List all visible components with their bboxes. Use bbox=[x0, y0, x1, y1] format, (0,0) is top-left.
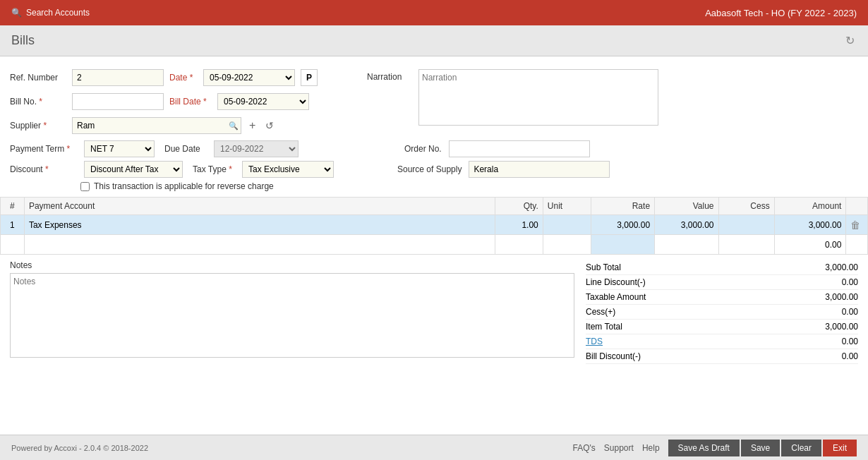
order-no-label: Order No. bbox=[404, 144, 442, 154]
tax-type-select[interactable]: Tax Exclusive bbox=[242, 161, 334, 178]
date-label: Date * bbox=[169, 73, 198, 83]
delete-row-button[interactable]: 🗑 bbox=[850, 219, 860, 231]
footer: Powered by Accoxi - 2.0.4 © 2018-2022 FA… bbox=[0, 435, 868, 460]
bill-no-label: Bill No. * bbox=[10, 97, 66, 107]
notes-panel: Notes bbox=[0, 255, 586, 368]
date-select[interactable]: 05-09-2022 bbox=[203, 69, 295, 86]
empty-amount: 0.00 bbox=[774, 235, 846, 255]
discount-select[interactable]: Discount After Tax bbox=[84, 161, 183, 178]
footer-right: FAQ's Support Help Save As Draft Save Cl… bbox=[573, 440, 857, 456]
refresh-supplier-button[interactable]: ↺ bbox=[263, 120, 276, 131]
empty-unit[interactable] bbox=[543, 235, 591, 255]
col-rate: Rate bbox=[591, 198, 654, 215]
save-button[interactable]: Save bbox=[741, 440, 780, 456]
row-value[interactable]: 3,000.00 bbox=[655, 215, 718, 235]
powered-by: Powered by Accoxi - 2.0.4 © 2018-2022 bbox=[11, 444, 148, 452]
form-area: Ref. Number Date * 05-09-2022 P Bill No.… bbox=[0, 56, 868, 191]
sub-total-value: 3,000.00 bbox=[825, 262, 858, 272]
empty-rate[interactable] bbox=[591, 235, 654, 255]
narration-label: Narration bbox=[367, 69, 413, 82]
exit-button[interactable]: Exit bbox=[823, 440, 857, 456]
empty-action bbox=[846, 235, 868, 255]
clear-button[interactable]: Clear bbox=[781, 440, 821, 456]
tds-row: TDS 0.00 bbox=[586, 334, 858, 349]
row-amount: 3,000.00 bbox=[774, 215, 846, 235]
totals-panel: Sub Total 3,000.00 Line Discount(-) 0.00… bbox=[586, 255, 868, 368]
sub-total-label: Sub Total bbox=[586, 262, 621, 272]
page-header: Bills ↻ bbox=[0, 25, 868, 56]
bill-discount-row: Bill Discount(-) 0.00 bbox=[586, 349, 858, 364]
empty-qty[interactable] bbox=[495, 235, 543, 255]
bill-discount-value: 0.00 bbox=[842, 351, 858, 361]
taxable-amount-value: 3,000.00 bbox=[825, 292, 858, 302]
notes-textarea[interactable] bbox=[10, 273, 574, 358]
p-button[interactable]: P bbox=[301, 69, 318, 86]
supplier-input[interactable] bbox=[72, 117, 241, 134]
bill-date-select[interactable]: 05-09-2022 bbox=[217, 93, 309, 110]
cess-label: Cess(+) bbox=[586, 307, 615, 317]
bill-table-container: # Payment Account Qty. Unit Rate Value C… bbox=[0, 197, 868, 255]
taxable-amount-label: Taxable Amount bbox=[586, 292, 646, 302]
item-total-label: Item Total bbox=[586, 322, 622, 332]
empty-value[interactable] bbox=[655, 235, 718, 255]
bill-discount-label: Bill Discount(-) bbox=[586, 351, 641, 361]
payment-term-label: Payment Term * bbox=[10, 144, 77, 154]
col-qty: Qty. bbox=[495, 198, 543, 215]
empty-num bbox=[1, 235, 25, 255]
due-date-label: Due Date bbox=[164, 144, 207, 154]
line-discount-label: Line Discount(-) bbox=[586, 277, 646, 287]
company-title: Aabasoft Tech - HO (FY 2022 - 2023) bbox=[705, 8, 857, 18]
tds-value: 0.00 bbox=[842, 337, 858, 346]
source-of-supply-input[interactable] bbox=[469, 161, 610, 178]
empty-account[interactable] bbox=[24, 235, 495, 255]
line-discount-row: Line Discount(-) 0.00 bbox=[586, 275, 858, 290]
ref-number-input[interactable] bbox=[72, 69, 164, 86]
footer-buttons: Save As Draft Save Clear Exit bbox=[668, 440, 857, 456]
row-cess[interactable] bbox=[718, 215, 774, 235]
taxable-amount-row: Taxable Amount 3,000.00 bbox=[586, 290, 858, 305]
table-empty-row: 0.00 bbox=[1, 235, 868, 255]
bill-table: # Payment Account Qty. Unit Rate Value C… bbox=[0, 197, 868, 255]
save-as-draft-button[interactable]: Save As Draft bbox=[668, 440, 740, 456]
reverse-charge-label: This transaction is applicable for rever… bbox=[94, 181, 274, 191]
sub-total-row: Sub Total 3,000.00 bbox=[586, 260, 858, 275]
support-link[interactable]: Support bbox=[604, 443, 634, 453]
bill-date-label: Bill Date * bbox=[169, 97, 212, 107]
cess-value: 0.00 bbox=[842, 307, 858, 317]
search-icon: 🔍 bbox=[11, 8, 22, 18]
col-value: Value bbox=[655, 198, 718, 215]
search-accounts[interactable]: 🔍 Search Accounts bbox=[11, 8, 90, 18]
col-cess: Cess bbox=[718, 198, 774, 215]
tds-label[interactable]: TDS bbox=[586, 337, 603, 346]
order-no-input[interactable] bbox=[449, 140, 590, 157]
bottom-section: Notes Sub Total 3,000.00 Line Discount(-… bbox=[0, 255, 868, 368]
top-bar: 🔍 Search Accounts Aabasoft Tech - HO (FY… bbox=[0, 0, 868, 25]
row-delete[interactable]: 🗑 bbox=[846, 215, 868, 235]
col-payment-account: Payment Account bbox=[24, 198, 495, 215]
narration-textarea[interactable] bbox=[418, 69, 658, 126]
col-unit: Unit bbox=[543, 198, 591, 215]
help-link[interactable]: Help bbox=[642, 443, 660, 453]
add-supplier-button[interactable]: + bbox=[247, 119, 258, 132]
source-of-supply-label: Source of Supply bbox=[397, 164, 462, 174]
col-num: # bbox=[1, 198, 25, 215]
row-account[interactable]: Tax Expenses bbox=[24, 215, 495, 235]
row-unit[interactable] bbox=[543, 215, 591, 235]
empty-cess[interactable] bbox=[718, 235, 774, 255]
row-qty[interactable]: 1.00 bbox=[495, 215, 543, 235]
col-action bbox=[846, 198, 868, 215]
refresh-button[interactable]: ↻ bbox=[843, 34, 857, 47]
notes-label: Notes bbox=[10, 260, 576, 270]
col-amount: Amount bbox=[774, 198, 846, 215]
page-title: Bills bbox=[11, 33, 35, 48]
faq-link[interactable]: FAQ's bbox=[573, 443, 596, 453]
due-date-select: 12-09-2022 bbox=[214, 140, 299, 157]
payment-term-select[interactable]: NET 7 bbox=[84, 140, 155, 157]
row-rate[interactable]: 3,000.00 bbox=[591, 215, 654, 235]
discount-label: Discount * bbox=[10, 164, 77, 174]
reverse-charge-checkbox[interactable] bbox=[80, 182, 90, 191]
bill-no-input[interactable] bbox=[72, 93, 164, 110]
tax-type-label: Tax Type * bbox=[193, 164, 235, 174]
line-discount-value: 0.00 bbox=[842, 277, 858, 287]
supplier-search-icon[interactable]: 🔍 bbox=[229, 121, 239, 131]
